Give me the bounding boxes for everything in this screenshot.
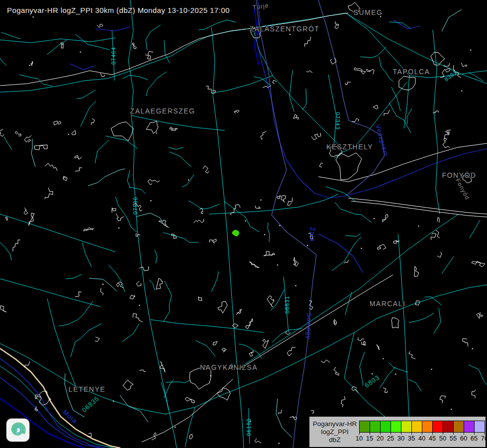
map-road-branch — [95, 140, 109, 163]
map-road-branch — [290, 70, 294, 112]
settlement-dot — [80, 52, 81, 53]
settlement-mark — [116, 282, 124, 288]
map-road-line — [237, 214, 459, 369]
map-road-branch — [88, 169, 125, 186]
settlement-dot — [395, 374, 396, 375]
map-railway-line — [351, 201, 487, 217]
map-road-branch — [189, 201, 219, 209]
map-road-branch — [391, 87, 400, 111]
map-road-branch — [4, 137, 12, 150]
settlement-dot — [279, 443, 280, 444]
legend-tick-label: 70 — [479, 435, 487, 442]
map-road-line — [209, 194, 338, 214]
map-road-branch — [65, 373, 85, 417]
settlement-mark — [198, 297, 202, 301]
map-road-branch — [146, 25, 161, 50]
settlement-mark — [206, 86, 215, 93]
settlement-mark — [246, 319, 253, 329]
map-road-line — [128, 0, 133, 115]
settlement-mark — [311, 133, 321, 140]
settlement-mark — [97, 24, 103, 27]
map-road-line — [346, 13, 409, 76]
settlement-mark — [290, 416, 297, 420]
town-outline — [329, 145, 342, 157]
legend-swatch — [381, 421, 391, 432]
settlement-mark — [447, 130, 451, 134]
map-road-branch — [211, 271, 218, 292]
map-road-branch — [155, 250, 157, 263]
settlement-dot — [380, 16, 381, 17]
dbz-legend: Poganyvar-HRlogZ_PPIdbZ 1015202530354045… — [309, 417, 486, 447]
map-road-line — [211, 27, 237, 369]
met-spiral-icon — [6, 419, 29, 442]
map-road-branch — [170, 152, 192, 167]
settlement-dot — [29, 65, 30, 66]
map-railway-line — [0, 29, 246, 86]
settlement-dot — [250, 421, 251, 422]
settlement-dot — [260, 200, 261, 201]
settlement-mark — [139, 266, 149, 271]
settlement-dot — [472, 348, 473, 349]
river-line — [344, 149, 487, 196]
settlement-dot — [279, 225, 280, 226]
map-road-line — [254, 31, 343, 149]
settlement-mark — [437, 252, 442, 257]
settlement-mark — [28, 213, 34, 225]
map-road-branch — [1, 32, 20, 39]
settlement-mark — [63, 176, 67, 181]
legend-color-bar — [359, 421, 485, 433]
settlement-mark — [84, 227, 94, 231]
map-road-branch — [335, 202, 372, 223]
settlement-mark — [145, 51, 153, 59]
map-road-branch — [276, 399, 292, 438]
settlement-mark — [444, 131, 449, 142]
settlement-mark — [293, 114, 299, 119]
legend-swatch — [391, 421, 401, 432]
settlement-mark — [362, 341, 366, 345]
map-road-line — [0, 279, 100, 307]
legend-swatch — [401, 421, 412, 432]
map-road-branch — [122, 324, 139, 342]
map-road-branch — [166, 380, 190, 383]
settlement-mark — [383, 215, 388, 222]
map-road-branch — [442, 9, 462, 31]
settlement-mark — [273, 80, 277, 84]
legend-station-text: Poganyvar-HRlogZ_PPIdbZ — [311, 418, 358, 446]
map-road-branch — [302, 89, 306, 110]
map-road-branch — [424, 297, 442, 305]
river-line — [393, 20, 420, 29]
town-outline — [123, 380, 133, 390]
map-road-branch — [71, 324, 101, 357]
map-railway-line — [348, 198, 487, 214]
settlement-mark — [0, 129, 4, 136]
settlement-mark — [431, 233, 436, 240]
settlement-mark — [383, 388, 388, 393]
settlement-mark — [437, 218, 439, 223]
map-road-branch — [360, 352, 365, 386]
settlement-mark — [341, 396, 345, 407]
map-road-branch — [164, 40, 170, 63]
settlement-mark — [133, 314, 143, 322]
map-road-branch — [409, 313, 434, 323]
map-road-line — [334, 147, 354, 158]
map-road-branch — [360, 47, 386, 58]
settlement-mark — [334, 319, 337, 325]
met-logo — [6, 419, 29, 442]
settlement-dot — [361, 248, 362, 249]
town-outline — [391, 318, 399, 328]
settlement-mark — [358, 337, 364, 341]
settlement-mark — [352, 386, 358, 393]
settlement-mark — [267, 296, 274, 307]
map-road-branch — [470, 220, 480, 238]
map-road-branch — [182, 174, 194, 187]
settlement-mark — [255, 439, 261, 443]
settlement-dot — [245, 221, 246, 222]
radar-map-view: SÜMEGZALASZENTGRÓTTAPOLCAZALAEGERSZEGKES… — [0, 0, 487, 448]
map-road-branch — [127, 170, 130, 188]
legend-station-line: logZ_PPI — [311, 428, 358, 436]
settlement-mark — [366, 69, 374, 74]
legend-swatch — [443, 421, 454, 432]
town-outline — [190, 366, 211, 389]
map-road-line — [404, 76, 409, 128]
map-road-branch — [198, 20, 236, 30]
